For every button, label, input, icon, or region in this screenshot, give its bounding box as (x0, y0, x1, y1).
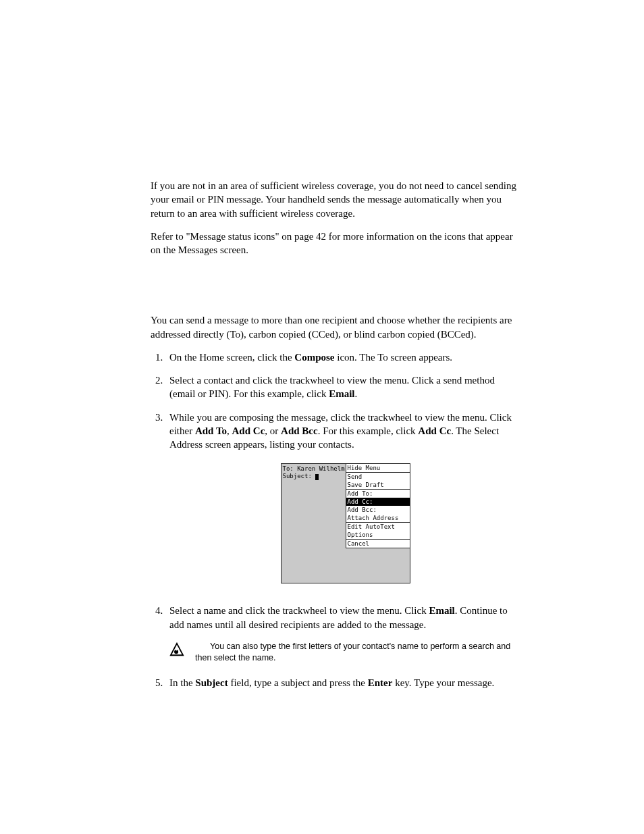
menu-item-hide-menu[interactable]: Hide Menu (346, 464, 410, 472)
step-item: Select a name and click the trackwheel t… (165, 604, 521, 631)
menu-item-edit-autotext[interactable]: Edit AutoText (346, 523, 410, 531)
paragraph: You can send a message to more than one … (151, 313, 521, 341)
tip-text: You can also type the first letters of y… (195, 641, 521, 664)
tip-block: You can also type the first letters of y… (169, 641, 521, 664)
text-cursor (315, 474, 319, 480)
menu-item-send[interactable]: Send (346, 473, 410, 481)
step-item: In the Subject field, type a subject and… (165, 676, 521, 689)
paragraph: Refer to "Message status icons" on page … (151, 230, 521, 257)
steps-list: On the Home screen, click the Compose ic… (151, 350, 521, 631)
tip-icon (169, 642, 184, 657)
step-item: While you are composing the message, cli… (165, 411, 521, 584)
menu-item-save-draft[interactable]: Save Draft (346, 481, 410, 489)
paragraph: If you are not in an area of sufficient … (151, 179, 521, 220)
subject-line: Subject: (283, 473, 344, 480)
context-menu: Hide Menu Send Save Draft Add To: Add Cc… (346, 464, 410, 548)
menu-item-add-bcc[interactable]: Add Bcc: (346, 506, 410, 514)
menu-item-attach-address[interactable]: Attach Address (346, 514, 410, 522)
step-item: On the Home screen, click the Compose ic… (165, 350, 521, 364)
to-line: To: Karen Wilhelm (283, 465, 344, 473)
step-item: Select a contact and click the trackwhee… (165, 373, 521, 401)
menu-item-add-cc[interactable]: Add Cc: (346, 498, 410, 506)
steps-list-continued: In the Subject field, type a subject and… (151, 676, 521, 689)
menu-item-cancel[interactable]: Cancel (346, 540, 410, 548)
device-screenshot: To: Karen Wilhelm Subject: Hide Menu Sen… (281, 463, 410, 583)
document-page: If you are not in an area of sufficient … (0, 0, 644, 739)
compose-pane: To: Karen Wilhelm Subject: (283, 465, 344, 480)
menu-item-options[interactable]: Options (346, 531, 410, 539)
menu-item-add-to[interactable]: Add To: (346, 490, 410, 498)
